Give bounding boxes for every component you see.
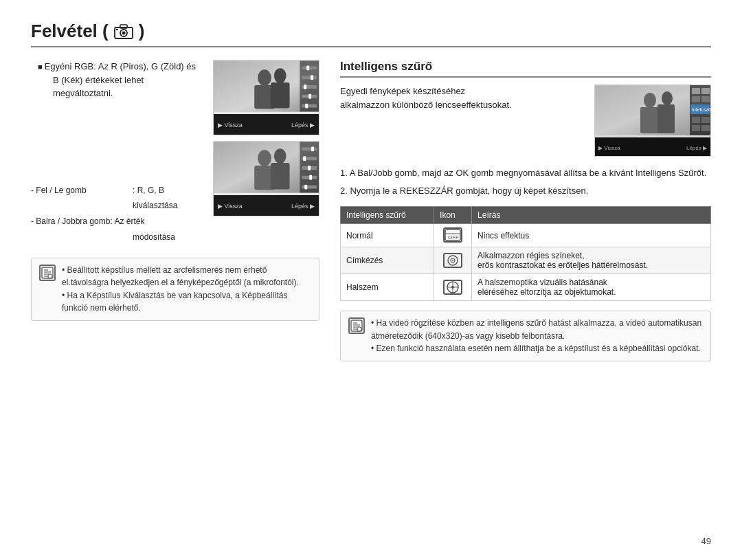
ctrl-row-2b: módosítása [31,229,319,245]
step-1: 1. A Bal/Jobb gomb, majd az OK gomb megn… [340,166,711,180]
svg-text:Intell.szűrő: Intell.szűrő [692,107,711,112]
right-note-item-2: Ezen funkció használata esetén nem állít… [371,342,704,355]
svg-point-26 [274,148,286,164]
svg-rect-19 [308,94,311,99]
filter-name-1: Normál [341,224,434,247]
right-note-text: Ha videó rögzítése közben az intelligens… [371,317,704,355]
filter-icon-2 [443,253,462,268]
cam1-back-label: ▶ Vissza [218,122,243,128]
svg-rect-29 [302,147,317,150]
svg-point-48 [644,93,656,108]
filter-icon-cell-3 [434,274,472,301]
table-header-row: Intelligens szűrő Ikon Leírás [341,207,711,224]
preview-bottom-bar: ▶ Vissza Lépés ▶ [595,137,710,157]
svg-point-9 [274,68,286,83]
right-column: Intelligens szűrő Egyedi fényképek készí… [340,60,711,361]
right-note-list: Ha videó rögzítése közben az intelligens… [371,317,704,355]
camera-image-1: ▶ Vissza Lépés ▶ [213,60,319,135]
bullet-line1: Egyéni RGB: Az R (Piros), G (Zöld) és [45,61,196,71]
svg-point-68 [452,260,453,261]
page-container: Felvétel ( ) [0,0,742,560]
ctrl-label-2: - Balra / Jobbra gomb: Az érték [31,214,144,229]
note-icon-left: ✓ [38,264,56,282]
intro-line1: Egyedi fényképek készítéséhez [340,86,465,96]
svg-rect-14 [302,76,317,79]
right-note-box: ✓ Ha videó rögzítése közben az intellige… [340,311,711,361]
title-text: Felvétel ( [31,21,109,42]
intro-line2: alkalmazzon különböző lencseeffektusokat… [340,100,512,110]
filter-icon-3 [443,280,462,295]
svg-rect-17 [304,85,306,89]
ctrl-label-1: - Fel / Le gomb [31,183,133,199]
svg-rect-60 [701,117,710,123]
svg-rect-20 [302,104,317,108]
section-title: Intelligens szűrő [340,60,711,78]
svg-text:OFF: OFF [448,234,459,240]
left-column: ▶ Vissza Lépés ▶ [31,60,319,361]
filter-name-3: Halszem [341,274,434,301]
ctrl-row-1b: kiválasztása [31,198,207,214]
svg-rect-38 [304,185,307,190]
col-header-icon: Ikon [434,207,472,224]
page-number: 49 [701,536,711,546]
left-note-text: Beállított képstílus mellett az arcfelis… [62,264,312,315]
filter-name-2: Címkézés [341,247,434,274]
camera-preview-right: Intell.szűrő ▶ Vissza Lépés ▶ [594,85,711,157]
preview-back: ▶ Vissza [598,145,620,151]
filter-icon-cell-2 [434,247,472,274]
right-intro: Egyedi fényképek készítéséhez alkalmazzo… [340,85,584,157]
step-2: 2. Nyomja le a REKESZZÁR gombját, hogy ú… [340,184,711,198]
svg-rect-10 [271,82,290,109]
svg-rect-35 [302,176,317,179]
cam1-bottom-bar: ▶ Vissza Lépés ▶ [214,114,319,135]
left-note-list: Beállított képstílus mellett az arcfelis… [62,264,312,315]
svg-point-72 [451,286,454,289]
svg-rect-37 [302,186,317,189]
table-row: Címkézés Alkalmazzon régies színeket,erő… [341,247,711,274]
ctrl-value-1: : R, G, B [133,183,164,199]
filter-desc-3: A halszemoptika vizuális hatásánakelérés… [472,274,711,301]
svg-rect-55 [692,96,700,102]
svg-rect-36 [309,175,312,180]
svg-rect-13 [306,65,309,70]
cam2-bottom-bar: ▶ Vissza Lépés ▶ [214,195,319,216]
svg-rect-59 [692,117,700,123]
svg-rect-34 [308,166,311,170]
right-top: Egyedi fényképek készítéséhez alkalmazzo… [340,85,711,157]
filter-icon-1: OFF [443,227,462,243]
col-header-filter: Intelligens szűrő [341,207,434,224]
title-end: ) [139,21,145,42]
camera-image-2: ▶ Vissza Lépés ▶ [213,141,319,216]
filter-desc-1: Nincs effektus [472,224,711,247]
filter-desc-2: Alkalmazzon régies színeket,erős kontras… [472,247,711,274]
filter-icon-cell-1: OFF [434,224,472,247]
svg-rect-4 [116,29,118,30]
svg-rect-54 [701,88,710,94]
svg-point-24 [258,150,271,166]
ctrl-row-2: - Balra / Jobbra gomb: Az érték [31,214,207,229]
svg-rect-51 [657,104,675,133]
bullet-line3: megváltoztatni. [38,88,113,98]
left-note-item-2: Ha a Képstílus Kiválasztás be van kapcso… [62,289,312,315]
intro-text: Egyedi fényképek készítéséhez alkalmazzo… [340,85,584,111]
ctrl-label-1b [31,198,133,214]
page-title: Felvétel ( ) [31,21,711,42]
col-header-desc: Leírás [472,207,711,224]
left-col-content: ▶ Vissza Lépés ▶ [31,60,319,321]
filter-table: Intelligens szűrő Ikon Leírás Normál [340,206,711,301]
svg-rect-49 [640,107,659,133]
note-icon-right: ✓ [348,317,366,335]
table-row: Halszem A halszemoptik [341,274,711,301]
svg-rect-62 [701,125,710,131]
left-note-item-1: Beállított képstílus mellett az arcfelis… [62,264,312,289]
svg-rect-30 [311,146,314,151]
bullet-line: Egyéni RGB: Az R (Piros), G (Zöld) és B … [31,60,206,100]
ctrl-value-2: módosítása [133,229,175,245]
cam2-next-label: Lépés ▶ [291,203,315,210]
svg-rect-21 [305,104,308,109]
svg-rect-32 [303,156,306,161]
svg-point-50 [662,91,673,105]
preview-next: Lépés ▶ [686,145,707,151]
table-row: Normál OFF Nincs effektus [341,224,711,247]
bullet-line2: B (Kék) értékeket lehet [38,75,144,85]
